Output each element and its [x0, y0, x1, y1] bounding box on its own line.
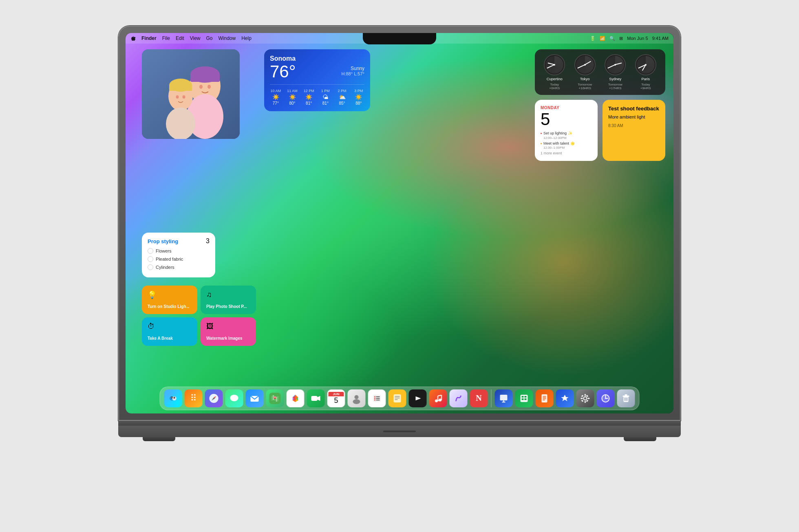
clock-center-dot [554, 64, 555, 66]
macbook-feet [118, 437, 681, 441]
svg-rect-63 [522, 398, 524, 400]
dock-item-finder[interactable] [164, 389, 182, 407]
clock-face-tokyo [574, 54, 596, 75]
photo-widget [142, 49, 240, 139]
svg-rect-72 [585, 394, 586, 396]
dock-item-numbers[interactable] [515, 389, 533, 407]
calendar-dock-month: JUN [329, 392, 344, 396]
dock-item-news[interactable]: N [470, 389, 488, 407]
svg-point-43 [374, 400, 375, 401]
shortcuts-widget: 💡 Turn on Studio Ligh... ♫ Play Photo Sh… [142, 286, 256, 346]
menubar-view[interactable]: View [190, 35, 201, 41]
forecast-6: 3 PM ☀️ 88° [353, 89, 364, 106]
reminder-item-3: Cylinders [148, 264, 210, 270]
svg-rect-45 [394, 394, 401, 402]
menubar-finder[interactable]: Finder [141, 35, 157, 41]
svg-rect-4 [190, 75, 220, 82]
reminders-header: Prop styling 3 [148, 237, 210, 245]
weather-widget: Sonoma 76° Sunny H:88° L:57° 10 AM [264, 49, 370, 111]
svg-point-13 [166, 108, 195, 139]
svg-rect-57 [500, 395, 508, 400]
menubar-window[interactable]: Window [219, 35, 236, 41]
svg-rect-60 [521, 395, 528, 402]
clock-city-label: Paris [641, 77, 650, 81]
svg-text:N: N [476, 394, 482, 402]
svg-rect-87 [625, 394, 627, 396]
calendar-event-2: Meet with talent 🌟 12:30–1:00PM [541, 141, 592, 150]
dock-item-launchpad[interactable]: ⠿ [185, 389, 203, 407]
shortcut-label: Play Photo Shoot P... [206, 304, 250, 309]
svg-rect-61 [522, 396, 524, 398]
dock-item-mail[interactable] [246, 389, 264, 407]
dock-item-contacts[interactable] [348, 389, 366, 407]
svg-point-50 [435, 400, 438, 402]
forecast-2: 11 AM ☀️ 80° [287, 89, 298, 106]
reminder-label: Cylinders [156, 265, 174, 270]
weather-temp: 76° [270, 63, 296, 80]
macbook-foot-left [143, 437, 175, 441]
weather-hilow: H:88° L:57° [341, 71, 364, 76]
svg-rect-64 [525, 398, 527, 400]
apple-logo-icon[interactable] [130, 36, 136, 41]
svg-rect-77 [581, 400, 584, 402]
reminder-checkbox[interactable] [148, 264, 153, 270]
dock-item-pages[interactable] [536, 389, 554, 407]
dock-item-trash[interactable] [617, 389, 635, 407]
svg-point-21 [171, 397, 172, 398]
dock-item-messages[interactable] [225, 389, 243, 407]
shortcut-watermark[interactable]: 🖼 Watermark Images [201, 317, 256, 346]
dock-item-photos[interactable] [287, 389, 305, 407]
clock-city-label: Tokyo [580, 77, 590, 81]
svg-rect-65 [542, 394, 547, 402]
reminder-checkbox[interactable] [148, 256, 153, 262]
macbook-foot-right [624, 437, 656, 441]
svg-point-33 [274, 397, 276, 398]
svg-rect-74 [581, 398, 583, 399]
dock-item-reminders[interactable] [368, 389, 386, 407]
dock-item-screentime[interactable] [597, 389, 615, 407]
shortcut-play-music[interactable]: ♫ Play Photo Shoot P... [201, 286, 256, 314]
svg-rect-79 [586, 400, 589, 402]
event-time: 12:00–12:30PM [543, 136, 572, 140]
dock-item-facetime[interactable] [307, 389, 325, 407]
svg-rect-62 [525, 396, 527, 398]
menubar-edit[interactable]: Edit [176, 35, 184, 41]
clock-widget: Cupertino Today+0HRS Tokyo Tomorrow+16HR… [535, 49, 665, 95]
control-center-icon[interactable]: ⊞ [619, 36, 623, 41]
shortcut-take-break[interactable]: ⏱ Take A Break [142, 317, 197, 346]
dock-item-keynote[interactable] [495, 389, 513, 407]
widgets-row: MONDAY 5 Set up lighting ✨ 12:00–12:30PM [535, 100, 665, 161]
svg-line-55 [438, 395, 441, 396]
dock-item-appstore[interactable] [556, 389, 574, 407]
dock-item-music[interactable] [429, 389, 447, 407]
svg-point-12 [183, 95, 185, 99]
forecast-3: 12 PM ☀️ 81° [303, 89, 315, 106]
event-color-dot [541, 133, 542, 134]
svg-point-41 [374, 398, 375, 399]
dock: ⠿ [160, 387, 640, 410]
forecast-4: 1 PM 🌤 81° [320, 89, 331, 106]
dock-item-safari[interactable] [205, 389, 223, 407]
menubar-help[interactable]: Help [241, 35, 252, 41]
dock-item-settings[interactable] [576, 389, 594, 407]
dock-item-calendar[interactable]: JUN 5 [327, 389, 345, 407]
svg-point-71 [584, 397, 587, 400]
search-icon[interactable]: 🔍 [609, 36, 615, 41]
menubar-file[interactable]: File [162, 35, 170, 41]
dock-item-notes[interactable] [388, 389, 406, 407]
svg-marker-49 [416, 396, 421, 400]
clock-hour-hand [615, 63, 622, 65]
dock-item-freeform[interactable] [450, 389, 468, 407]
menubar-go[interactable]: Go [206, 35, 213, 41]
svg-rect-10 [169, 85, 192, 91]
photo-image [142, 49, 240, 139]
clock-face-sydney [605, 54, 626, 75]
svg-rect-34 [311, 396, 318, 401]
shortcut-studio-light[interactable]: 💡 Turn on Studio Ligh... [142, 286, 197, 314]
reminder-item-2: Pleated fabric [148, 256, 210, 262]
macbook-base [118, 426, 681, 437]
dock-item-appletv[interactable] [409, 389, 427, 407]
weather-condition: Sunny [341, 66, 364, 71]
reminder-checkbox[interactable] [148, 248, 153, 254]
dock-item-maps[interactable] [266, 389, 284, 407]
